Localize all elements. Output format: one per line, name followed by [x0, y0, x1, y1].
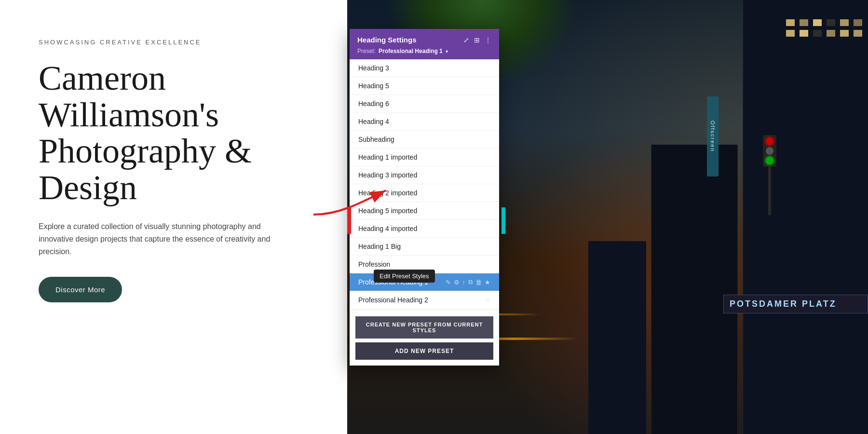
list-item-label: Heading 1 imported: [358, 153, 417, 161]
star-icon[interactable]: ★: [485, 279, 490, 286]
split-icon[interactable]: ⊞: [474, 36, 480, 44]
list-item-label: Heading 1 Big: [358, 243, 401, 250]
list-item[interactable]: Heading 5 imported: [350, 202, 499, 220]
preset-list[interactable]: Heading 3Heading 5Heading 6Heading 4Subh…: [350, 59, 499, 310]
discover-more-button[interactable]: Discover More: [39, 277, 122, 302]
list-item[interactable]: Heading 3: [350, 59, 499, 77]
list-item-label: Profession: [358, 260, 390, 268]
create-preset-button[interactable]: CREATE NEW PRESET FROM CURRENT STYLES: [355, 316, 493, 339]
teal-accent-bar: [502, 207, 505, 234]
list-item-label: Heading 6: [358, 100, 389, 108]
list-item-label: Professional Heading 2: [358, 296, 428, 304]
pencil-icon[interactable]: ✎: [446, 279, 451, 286]
panel-bottom: CREATE NEW PRESET FROM CURRENT STYLES AD…: [350, 310, 499, 366]
star-icon[interactable]: ☆: [485, 297, 490, 304]
copy-icon[interactable]: ⧉: [468, 278, 473, 286]
list-item[interactable]: Heading 5: [350, 77, 499, 95]
panel-title: Heading Settings: [357, 36, 417, 44]
tagline: SHOWCASING CREATIVE EXCELLENCE: [39, 39, 309, 46]
subtext: Explore a curated collection of visually…: [39, 220, 280, 258]
list-item[interactable]: Professional Heading 3☆: [350, 309, 499, 310]
list-item-label: Heading 2 imported: [358, 189, 417, 197]
list-item[interactable]: Subheading: [350, 131, 499, 149]
list-item[interactable]: Heading 6: [350, 95, 499, 113]
list-item-label: Professional Heading 1: [358, 278, 428, 286]
list-item-label: Heading 4: [358, 118, 389, 125]
list-item[interactable]: Heading 1 imported: [350, 149, 499, 166]
list-item[interactable]: Profession: [350, 256, 499, 273]
list-item-label: Heading 4 imported: [358, 225, 417, 232]
trash-icon[interactable]: 🗑: [475, 279, 482, 286]
preset-label: Preset:: [357, 48, 376, 54]
list-item-label: Heading 5: [358, 82, 389, 90]
panel-header-icons: ⤢ ⊞ ⋮: [463, 36, 491, 44]
list-item[interactable]: Professional Heading 2☆: [350, 291, 499, 309]
red-accent-bar: [347, 207, 351, 234]
list-item[interactable]: Heading 4 imported: [350, 220, 499, 238]
preset-dropdown-arrow[interactable]: ▾: [446, 49, 448, 54]
heading-settings-panel: Heading Settings ⤢ ⊞ ⋮ Preset: Professio…: [350, 29, 499, 366]
list-item[interactable]: Heading 3 imported: [350, 166, 499, 184]
list-item-label: Heading 3: [358, 64, 389, 72]
item-action-icons: ✎⚙↑⧉🗑★: [446, 278, 491, 286]
list-item[interactable]: Heading 4: [350, 113, 499, 131]
left-content-area: SHOWCASING CREATIVE EXCELLENCE Cameron W…: [0, 0, 347, 434]
list-item[interactable]: Heading 1 Big: [350, 238, 499, 256]
main-heading: Cameron Williamson's Photography & Desig…: [39, 60, 309, 206]
list-item[interactable]: Heading 2 imported: [350, 184, 499, 202]
upload-icon[interactable]: ↑: [462, 279, 466, 286]
list-item-label: Heading 3 imported: [358, 171, 417, 179]
preset-value[interactable]: Professional Heading 1: [379, 48, 443, 54]
add-preset-button[interactable]: ADD NEW PRESET: [355, 342, 493, 360]
more-icon[interactable]: ⋮: [485, 36, 491, 44]
list-item[interactable]: Professional Heading 1✎⚙↑⧉🗑★Edit Preset …: [350, 273, 499, 291]
resize-icon[interactable]: ⤢: [463, 36, 469, 44]
list-item-label: Heading 5 imported: [358, 207, 417, 215]
gear-icon[interactable]: ⚙: [454, 279, 460, 286]
list-item-label: Subheading: [358, 136, 394, 143]
panel-header: Heading Settings ⤢ ⊞ ⋮ Preset: Professio…: [350, 29, 499, 59]
